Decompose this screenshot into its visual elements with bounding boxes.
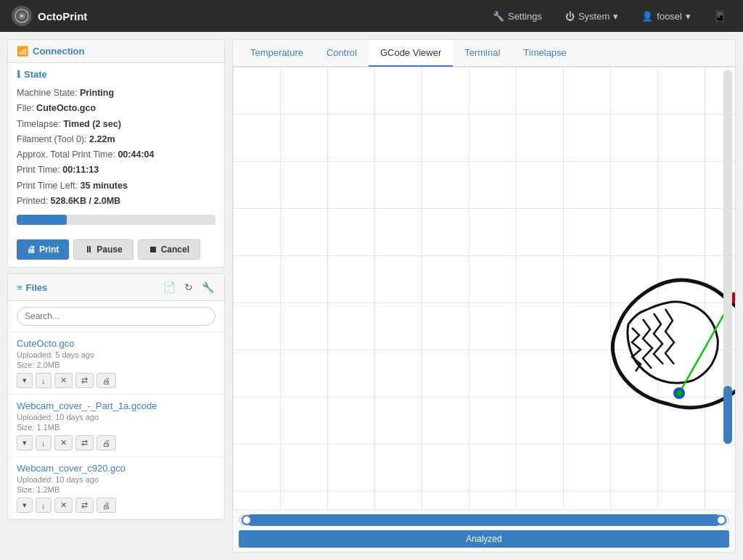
tab-temperature[interactable]: Temperature — [239, 40, 315, 67]
gcode-viewer — [233, 67, 735, 509]
connection-panel: 📶 Connection ℹ State Machine State: Prin… — [7, 39, 225, 268]
power-icon: ⏻ — [565, 11, 575, 22]
tab-gcode_viewer[interactable]: GCode Viewer — [369, 40, 453, 67]
mobile-icon: 📱 — [713, 10, 727, 22]
file-uploaded: Uploaded: 10 days ago — [17, 475, 215, 484]
brand-title: OctoPrint — [38, 10, 87, 22]
state-section: ℹ State Machine State: Printing File: Cu… — [8, 63, 224, 236]
pause-button[interactable]: ⏸ Pause — [73, 239, 133, 260]
printed-value: 528.6KB / 2.0MB — [51, 196, 121, 206]
brand: OctoPrint — [12, 6, 481, 26]
file-name[interactable]: Webcam_cover_-_Part_1a.gcode — [17, 400, 215, 411]
logo — [12, 6, 32, 26]
analyzed-label: Analyzed — [466, 534, 501, 544]
signal-icon: 📶 — [17, 46, 28, 57]
timelapse-label: Timelapse: — [17, 119, 61, 129]
file-name[interactable]: CuteOcto.gco — [17, 338, 215, 349]
action-buttons: 🖨 Print ⏸ Pause ⏹ Cancel — [8, 236, 224, 267]
file-move-button[interactable]: ⇄ — [75, 373, 94, 388]
slider-handle-left[interactable] — [242, 515, 252, 525]
print-time-left-row: Print Time Left: 35 minutes — [17, 178, 215, 194]
print-label: Print — [39, 244, 59, 255]
print-icon: 🖨 — [27, 244, 36, 255]
viewer-scrollbar-thumb[interactable] — [723, 386, 732, 444]
tab-timelapse[interactable]: Timelapse — [512, 40, 578, 67]
slider-handle-right[interactable] — [716, 515, 726, 525]
files-panel: ≡ Files 📄 ↻ 🔧 CuteOcto.gcoUploaded: 5 da… — [7, 273, 225, 520]
pause-icon: ⏸ — [84, 244, 93, 255]
files-action-icons: 📄 ↻ 🔧 — [162, 280, 215, 295]
end-point-dot — [676, 390, 682, 396]
right-panel: TemperatureControlGCode ViewerTerminalTi… — [232, 39, 736, 553]
file-select-dropdown-button[interactable]: ▾ — [17, 435, 33, 450]
files-header-label: Files — [26, 282, 48, 293]
file-uploaded: Uploaded: 10 days ago — [17, 413, 215, 421]
file-move-button[interactable]: ⇄ — [75, 498, 94, 513]
search-wrap — [8, 301, 224, 332]
machine-state-value: Printing — [80, 88, 114, 98]
filament-row: Filament (Tool 0): 2.22m — [17, 132, 215, 147]
main-content: 📶 Connection ℹ State Machine State: Prin… — [0, 32, 743, 560]
info-icon: ℹ — [17, 69, 20, 80]
refresh-button[interactable]: ↻ — [183, 280, 194, 295]
file-list: CuteOcto.gcoUploaded: 5 days agoSize: 2.… — [8, 332, 224, 519]
navbar-items: 🔧 Settings ⏻ System ▾ 👤 foosel ▾ 📱 — [487, 5, 731, 28]
printed-row: Printed: 528.6KB / 2.0MB — [17, 194, 215, 209]
file-delete-button[interactable]: ✕ — [54, 498, 73, 513]
list-item: CuteOcto.gcoUploaded: 5 days agoSize: 2.… — [8, 332, 224, 395]
chevron-down-icon2: ▾ — [686, 11, 691, 22]
file-action-buttons: ▾↓✕⇄🖨 — [17, 435, 215, 450]
progress-bar-container — [17, 215, 215, 225]
viewer-scrollbar[interactable] — [723, 70, 732, 444]
files-header: ≡ Files 📄 ↻ 🔧 — [8, 274, 224, 301]
new-file-button[interactable]: 📄 — [162, 280, 177, 295]
layer-slider-fill — [246, 514, 722, 526]
file-delete-button[interactable]: ✕ — [54, 373, 73, 388]
cancel-label: Cancel — [161, 244, 189, 255]
layer-slider[interactable] — [239, 514, 729, 526]
system-nav-item[interactable]: ⏻ System ▾ — [559, 8, 624, 25]
mobile-view-button[interactable]: 📱 — [708, 5, 731, 28]
file-select-dropdown-button[interactable]: ▾ — [17, 498, 33, 513]
print-time-value: 00:11:13 — [62, 165, 99, 175]
print-time-row: Print Time: 00:11:13 — [17, 162, 215, 178]
file-print-button[interactable]: 🖨 — [97, 435, 116, 450]
machine-state-label: Machine State: — [17, 88, 77, 98]
pause-label: Pause — [97, 244, 122, 255]
print-time-label: Print Time: — [17, 165, 60, 175]
file-print-button[interactable]: 🖨 — [97, 498, 116, 513]
user-nav-item[interactable]: 👤 foosel ▾ — [636, 8, 697, 25]
file-print-button[interactable]: 🖨 — [97, 373, 116, 388]
user-label: foosel — [657, 11, 682, 22]
chevron-down-icon: ▾ — [613, 11, 618, 22]
file-size: Size: 1.2MB — [17, 485, 215, 494]
cancel-button[interactable]: ⏹ Cancel — [138, 239, 200, 260]
file-select-dropdown-button[interactable]: ▾ — [17, 373, 33, 388]
file-move-button[interactable]: ⇄ — [75, 435, 94, 450]
search-input[interactable] — [17, 307, 215, 326]
file-delete-button[interactable]: ✕ — [54, 435, 73, 450]
list-item: Webcam_cover_-_Part_1a.gcodeUploaded: 10… — [8, 395, 224, 457]
file-download-button[interactable]: ↓ — [36, 498, 52, 513]
print-time-left-label: Print Time Left: — [17, 181, 78, 191]
list-icon: ≡ — [17, 282, 22, 293]
settings-label: Settings — [508, 11, 542, 22]
analyzed-bar: Analyzed — [239, 530, 729, 548]
settings-files-button[interactable]: 🔧 — [200, 280, 215, 295]
tab-terminal[interactable]: Terminal — [453, 40, 512, 67]
tab-control[interactable]: Control — [315, 40, 369, 67]
print-button[interactable]: 🖨 Print — [17, 239, 69, 260]
wrench-icon: 🔧 — [493, 11, 504, 22]
state-header: ℹ State — [17, 69, 215, 80]
list-item: Webcam_cover_c920.gcoUploaded: 10 days a… — [8, 457, 224, 519]
file-size: Size: 1.1MB — [17, 423, 215, 432]
file-name[interactable]: Webcam_cover_c920.gco — [17, 463, 215, 474]
timelapse-row: Timelapse: Timed (2 sec) — [17, 117, 215, 132]
settings-nav-item[interactable]: 🔧 Settings — [487, 8, 548, 25]
approx-time-value: 00:44:04 — [118, 149, 154, 160]
file-download-button[interactable]: ↓ — [36, 373, 52, 388]
svg-rect-3 — [233, 67, 735, 509]
connection-title: Connection — [33, 46, 85, 57]
file-download-button[interactable]: ↓ — [36, 435, 52, 450]
system-label: System — [578, 11, 609, 22]
